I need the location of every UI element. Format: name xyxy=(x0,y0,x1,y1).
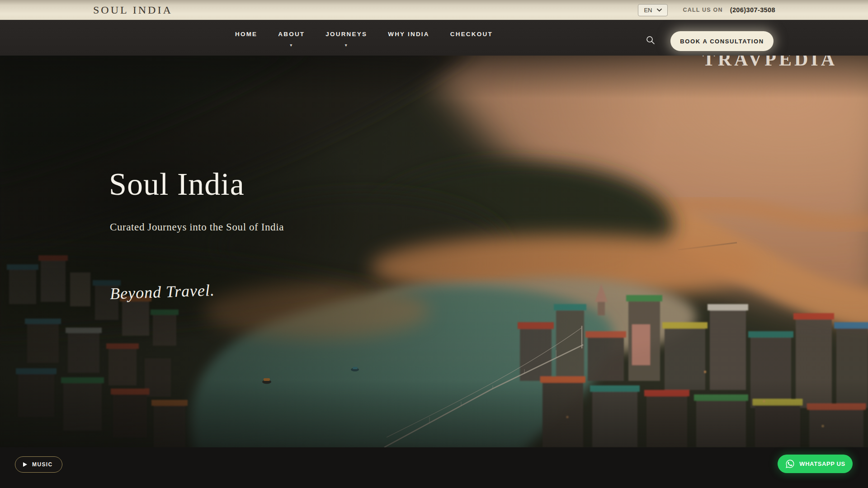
hero-subtitle: Curated Journeys into the Soul of India xyxy=(110,221,284,233)
hero-video-still xyxy=(0,56,868,447)
music-toggle-button[interactable]: MUSIC xyxy=(15,456,62,473)
play-icon xyxy=(23,462,28,467)
hero-title: Soul India xyxy=(109,169,245,200)
nav-menu: HOME ABOUT ▾ JOURNEYS ▾ WHY INDIA CHECKO… xyxy=(235,31,493,47)
hero-section: TRAVPEDIA Soul India Curated Journeys in… xyxy=(0,56,868,447)
call-us-group: CALL US ON (206)307-3508 xyxy=(683,6,776,14)
music-label: MUSIC xyxy=(32,461,53,468)
language-select-value: EN xyxy=(644,7,652,14)
chevron-down-icon: ▾ xyxy=(345,43,348,47)
nav-item-about[interactable]: ABOUT ▾ xyxy=(278,31,305,47)
search-icon[interactable] xyxy=(646,35,656,46)
nav-item-home[interactable]: HOME xyxy=(235,31,257,47)
hero-tagline: Beyond Travel. xyxy=(109,281,215,303)
whatsapp-label: WHATSAPP US xyxy=(799,460,845,467)
site-logo: SOUL INDIA xyxy=(93,4,173,16)
nav-item-journeys[interactable]: JOURNEYS ▾ xyxy=(326,31,367,47)
top-bar: SOUL INDIA EN CALL US ON (206)307-3508 xyxy=(0,0,868,20)
whatsapp-icon xyxy=(785,459,795,469)
bottom-bar: MUSIC WHATSAPP US xyxy=(0,447,868,488)
call-us-label: CALL US ON xyxy=(683,7,723,13)
nav-item-journeys-label: JOURNEYS xyxy=(326,31,367,38)
language-select[interactable]: EN xyxy=(638,4,667,16)
chevron-down-icon: ▾ xyxy=(290,43,293,47)
travpedia-watermark: TRAVPEDIA xyxy=(703,56,837,70)
chevron-down-icon xyxy=(657,9,662,12)
nav-item-why-india[interactable]: WHY INDIA xyxy=(388,31,429,47)
nav-item-about-label: ABOUT xyxy=(278,31,305,38)
phone-number[interactable]: (206)307-3508 xyxy=(730,6,775,14)
book-consultation-button[interactable]: BOOK A CONSULTATION xyxy=(670,31,774,51)
main-navbar: HOME ABOUT ▾ JOURNEYS ▾ WHY INDIA CHECKO… xyxy=(0,20,868,56)
topbar-right-group: EN CALL US ON (206)307-3508 xyxy=(638,0,775,20)
nav-item-checkout[interactable]: CHECKOUT xyxy=(450,31,493,47)
whatsapp-button[interactable]: WHATSAPP US xyxy=(778,455,853,473)
